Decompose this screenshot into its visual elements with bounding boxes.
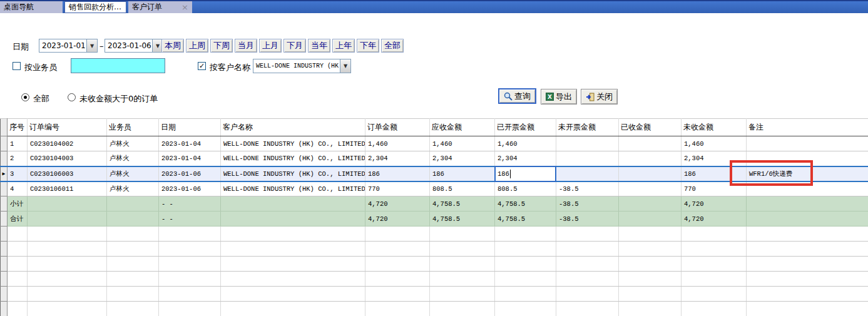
cell[interactable] — [556, 287, 619, 302]
cell[interactable]: 4,758.5 — [430, 196, 495, 212]
cell[interactable]: -38.5 — [556, 181, 619, 196]
cell[interactable]: 合计 — [8, 212, 28, 227]
cell[interactable] — [556, 227, 619, 242]
chevron-down-icon[interactable]: ▼ — [340, 59, 350, 73]
query-button[interactable]: 查询 — [498, 88, 536, 104]
cell[interactable] — [495, 227, 556, 242]
cell[interactable] — [747, 227, 868, 242]
cell[interactable] — [221, 257, 365, 272]
tab-desktop-navigation[interactable]: 桌面导航 — [0, 1, 63, 13]
cell[interactable] — [682, 302, 747, 316]
cell[interactable] — [430, 257, 495, 272]
cell[interactable]: C0230104002 — [28, 136, 107, 151]
cell[interactable] — [107, 302, 159, 316]
cell[interactable] — [28, 257, 107, 272]
cell[interactable] — [619, 166, 682, 181]
column-header[interactable]: 日期 — [159, 119, 221, 136]
cell[interactable] — [747, 302, 868, 316]
quick-range-button-7[interactable]: 当年 — [308, 39, 330, 53]
cell[interactable] — [619, 196, 682, 212]
cell[interactable]: 770 — [365, 181, 430, 196]
date-to-select[interactable]: 2023-01-06 ▼ — [105, 39, 163, 53]
cell[interactable] — [430, 227, 495, 242]
cell[interactable]: 186 — [430, 166, 495, 181]
cell[interactable] — [107, 196, 159, 212]
cell[interactable] — [747, 136, 868, 151]
cell[interactable] — [556, 302, 619, 316]
column-header[interactable]: 订单编号 — [28, 119, 107, 136]
cell[interactable] — [619, 242, 682, 257]
cell[interactable] — [556, 242, 619, 257]
cell[interactable] — [430, 242, 495, 257]
cell[interactable] — [682, 242, 747, 257]
cell[interactable]: 1 — [8, 136, 28, 151]
column-header[interactable]: 未收金额 — [682, 119, 747, 136]
cell[interactable]: C0230106011 — [28, 181, 107, 196]
cell[interactable] — [159, 242, 221, 257]
cell[interactable] — [159, 302, 221, 316]
cell[interactable] — [619, 181, 682, 196]
cell[interactable]: WELL-DONE INDUSTRY (HK) CO., LIMITED — [221, 166, 365, 181]
cell[interactable] — [107, 227, 159, 242]
tab-customer-orders[interactable]: 客户订单 × — [128, 1, 192, 13]
column-header[interactable]: 备注 — [747, 119, 868, 136]
cell[interactable] — [365, 302, 430, 316]
cell[interactable] — [221, 302, 365, 316]
cell[interactable] — [430, 272, 495, 287]
cell[interactable] — [8, 257, 28, 272]
quick-range-button-3[interactable]: 下周 — [210, 39, 233, 53]
cell[interactable]: WELL-DONE INDUSTRY (HK) CO., LIMITED — [221, 151, 365, 166]
cell[interactable] — [107, 272, 159, 287]
cell[interactable] — [159, 272, 221, 287]
cell[interactable]: -38.5 — [556, 196, 619, 212]
quick-range-button-1[interactable]: 本周 — [161, 39, 184, 53]
cell[interactable] — [8, 302, 28, 316]
cell[interactable] — [619, 257, 682, 272]
cell[interactable]: 2023-01-06 — [159, 166, 221, 181]
cell[interactable]: WELL-DONE INDUSTRY (HK) CO., LIMITED — [221, 181, 365, 196]
cell[interactable] — [747, 196, 868, 212]
cell[interactable]: 4,758.5 — [430, 212, 495, 227]
cell[interactable] — [430, 287, 495, 302]
cell[interactable] — [682, 272, 747, 287]
cell[interactable] — [747, 272, 868, 287]
cell[interactable]: 卢林火 — [107, 151, 159, 166]
cell[interactable] — [28, 227, 107, 242]
cell[interactable] — [747, 242, 868, 257]
cell[interactable]: 1,460 — [365, 136, 430, 151]
cell[interactable] — [619, 287, 682, 302]
salesman-input[interactable] — [71, 58, 165, 73]
cell[interactable]: 2,304 — [495, 151, 556, 166]
chevron-down-icon[interactable]: ▼ — [86, 39, 97, 52]
cell[interactable] — [682, 227, 747, 242]
cell[interactable] — [747, 212, 868, 227]
cell[interactable] — [556, 151, 619, 166]
cell-edit-input[interactable]: 186 — [494, 166, 556, 182]
cell[interactable] — [221, 272, 365, 287]
cell[interactable] — [28, 196, 107, 212]
cell[interactable] — [619, 227, 682, 242]
cell[interactable]: 1,460 — [682, 136, 747, 151]
cell[interactable]: 4,758.5 — [495, 196, 556, 212]
cell[interactable] — [365, 272, 430, 287]
cell[interactable] — [682, 257, 747, 272]
column-header[interactable]: 订单金额 — [365, 119, 430, 136]
cell[interactable]: 4 — [8, 181, 28, 196]
by-customer-checkbox[interactable]: ✓ — [198, 62, 206, 70]
cell[interactable]: C0230106003 — [28, 166, 107, 181]
cell[interactable] — [619, 212, 682, 227]
cell[interactable]: 2023-01-04 — [159, 151, 221, 166]
customer-select[interactable]: WELL-DONE INDUSTRY (HK ▼ — [253, 59, 351, 73]
cell[interactable] — [28, 212, 107, 227]
cell[interactable]: 卢林火 — [107, 166, 159, 181]
cell[interactable] — [8, 287, 28, 302]
cell[interactable]: 1,460 — [430, 136, 495, 151]
cell[interactable] — [365, 257, 430, 272]
cell[interactable] — [221, 287, 365, 302]
cell[interactable] — [8, 272, 28, 287]
cell[interactable]: 4,720 — [365, 196, 430, 212]
cell[interactable]: 卢林火 — [107, 181, 159, 196]
cell[interactable]: 2 — [8, 151, 28, 166]
quick-range-button-4[interactable]: 当月 — [235, 39, 257, 53]
quick-range-button-8[interactable]: 上年 — [332, 39, 355, 53]
